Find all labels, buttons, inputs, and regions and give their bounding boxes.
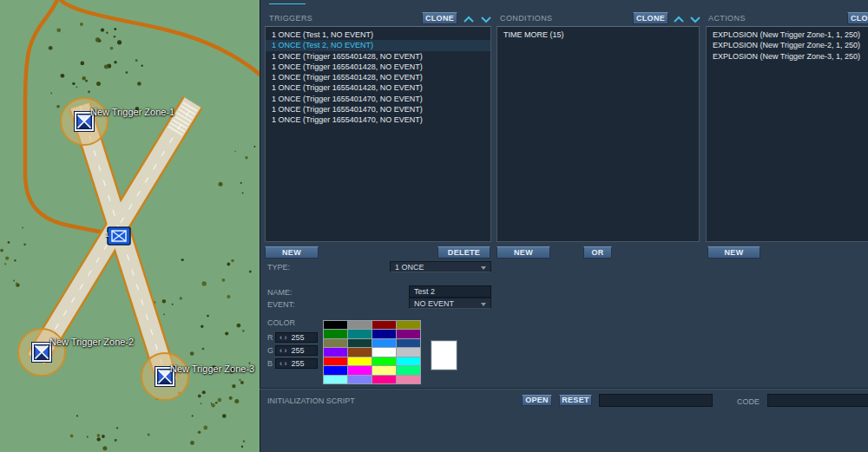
name-input[interactable] [409, 285, 491, 298]
color-swatch[interactable] [348, 348, 372, 356]
tree-dot [102, 435, 105, 438]
color-swatch[interactable] [324, 376, 347, 383]
color-swatch[interactable] [348, 366, 372, 374]
action-list-item[interactable]: EXPLOSION (New Trigger Zone-1, 1, 250) [707, 29, 868, 40]
init-script-input[interactable] [599, 394, 713, 407]
color-swatch[interactable] [324, 357, 347, 365]
chevron-down-icon [688, 14, 702, 25]
color-swatch[interactable] [397, 357, 420, 365]
app-window: New Trigger Zone-1 New Trigger Zone-2 Ne… [0, 0, 868, 452]
trigger-list-item[interactable]: 1 ONCE (Trigger 1655401428, NO EVENT) [266, 51, 490, 62]
color-swatch[interactable] [372, 357, 396, 365]
tree-dot [135, 59, 138, 62]
color-swatch[interactable] [372, 330, 396, 337]
init-open-button[interactable]: OPEN [522, 395, 552, 406]
tree-dot [106, 32, 108, 34]
green-decrement-button[interactable]: ‹ [279, 346, 282, 355]
tree-dot [101, 28, 104, 31]
condition-new-button[interactable]: NEW [496, 246, 550, 259]
condition-or-button[interactable]: OR [583, 246, 612, 259]
trigger-list-item[interactable]: 1 ONCE (Test 1, NO EVENT) [266, 29, 490, 40]
trigger-new-button[interactable]: NEW [265, 246, 319, 259]
color-swatch[interactable] [324, 321, 347, 329]
tree-dot [114, 28, 116, 30]
color-swatch[interactable] [324, 339, 347, 347]
tree-dot [180, 297, 182, 299]
chevron-up-icon [672, 14, 686, 25]
event-dropdown[interactable]: NO EVENT [409, 298, 491, 309]
trigger-list-item[interactable]: 1 ONCE (Trigger 1655401428, NO EVENT) [266, 72, 490, 82]
tree-dot [76, 87, 78, 88]
green-stepper[interactable]: ‹ ›255 [275, 345, 318, 356]
trigger-delete-button[interactable]: DELETE [437, 246, 490, 259]
type-dropdown[interactable]: 1 ONCE [390, 261, 491, 272]
tree-dot [227, 263, 230, 266]
color-swatch[interactable] [397, 330, 420, 337]
tree-dot [56, 105, 60, 108]
color-swatch[interactable] [397, 348, 420, 356]
action-list-item[interactable]: EXPLOSION (New Trigger Zone-2, 1, 250) [707, 40, 868, 50]
tree-dot [190, 441, 194, 445]
color-swatch[interactable] [372, 366, 396, 374]
tree-dot [239, 379, 241, 382]
trigger-list-item[interactable]: 1 ONCE (Trigger 1655401470, NO EVENT) [266, 104, 490, 115]
blue-increment-button[interactable]: › [285, 359, 287, 368]
tree-dot [241, 446, 243, 448]
color-swatch[interactable] [324, 348, 347, 356]
init-script-label: INITIALIZATION SCRIPT [267, 396, 355, 405]
trigger-list-item[interactable]: 1 ONCE (Trigger 1655401470, NO EVENT) [266, 115, 490, 125]
condition-list-item[interactable]: TIME MORE (15) [497, 29, 699, 40]
section-divider [260, 388, 868, 390]
airfield-icon[interactable] [108, 227, 130, 245]
color-swatch[interactable] [397, 339, 420, 347]
color-swatch[interactable] [372, 321, 396, 329]
color-swatch[interactable] [348, 339, 372, 347]
triggers-clone-button[interactable]: CLONE [422, 12, 457, 24]
color-swatch[interactable] [372, 348, 396, 356]
tree-dot [232, 384, 235, 388]
conditions-move-down-button[interactable] [688, 13, 702, 24]
panel-tab-triggers[interactable]: TRIGGERS [269, 0, 306, 4]
trigger-list-item[interactable]: 1 ONCE (Trigger 1655401428, NO EVENT) [266, 62, 490, 72]
blue-value: 255 [292, 359, 305, 368]
triggers-move-down-button[interactable] [479, 13, 493, 24]
color-swatch[interactable] [348, 321, 372, 329]
actions-clone-button[interactable]: CLONE [847, 12, 868, 24]
red-decrement-button[interactable]: ‹ [279, 333, 282, 342]
action-list-item[interactable]: EXPLOSION (New Trigger Zone-3, 1, 250) [707, 51, 868, 62]
code-input[interactable] [767, 394, 868, 407]
color-swatch[interactable] [324, 366, 347, 374]
trigger-list-item[interactable]: 1 ONCE (Trigger 1655401470, NO EVENT) [266, 94, 490, 104]
green-value: 255 [292, 346, 305, 355]
trigger-list-item[interactable]: 1 ONCE (Trigger 1655401428, NO EVENT) [266, 82, 490, 93]
trigger-list-item[interactable]: 1 ONCE (Test 2, NO EVENT) [266, 40, 490, 50]
tree-dot [253, 146, 255, 147]
color-swatch[interactable] [372, 376, 396, 383]
color-swatch[interactable] [397, 321, 420, 329]
color-swatch[interactable] [372, 339, 396, 347]
tree-dot [115, 439, 117, 442]
tree-dot [229, 396, 233, 400]
tree-dot [218, 398, 222, 403]
panel-tab-label: TRIGGERS [269, 0, 306, 2]
conditions-clone-button[interactable]: CLONE [633, 12, 668, 24]
map[interactable]: New Trigger Zone-1 New Trigger Zone-2 Ne… [0, 0, 260, 452]
triggers-move-up-button[interactable] [462, 13, 476, 24]
blue-stepper[interactable]: ‹ ›255 [275, 358, 318, 369]
code-label: CODE [737, 397, 760, 406]
red-stepper[interactable]: ‹ ›255 [275, 332, 318, 343]
blue-decrement-button[interactable]: ‹ [279, 359, 282, 368]
color-swatch[interactable] [324, 330, 347, 337]
tree-dot [16, 282, 18, 285]
green-increment-button[interactable]: › [285, 346, 287, 355]
color-swatch[interactable] [348, 330, 372, 337]
conditions-move-up-button[interactable] [672, 13, 686, 24]
color-swatch[interactable] [397, 366, 420, 374]
red-increment-button[interactable]: › [285, 333, 287, 342]
color-swatch[interactable] [348, 376, 372, 383]
action-new-button[interactable]: NEW [707, 246, 760, 259]
init-reset-button[interactable]: RESET [559, 395, 592, 406]
color-swatch[interactable] [397, 376, 420, 383]
selected-color-preview [431, 341, 457, 370]
color-swatch[interactable] [348, 357, 372, 365]
